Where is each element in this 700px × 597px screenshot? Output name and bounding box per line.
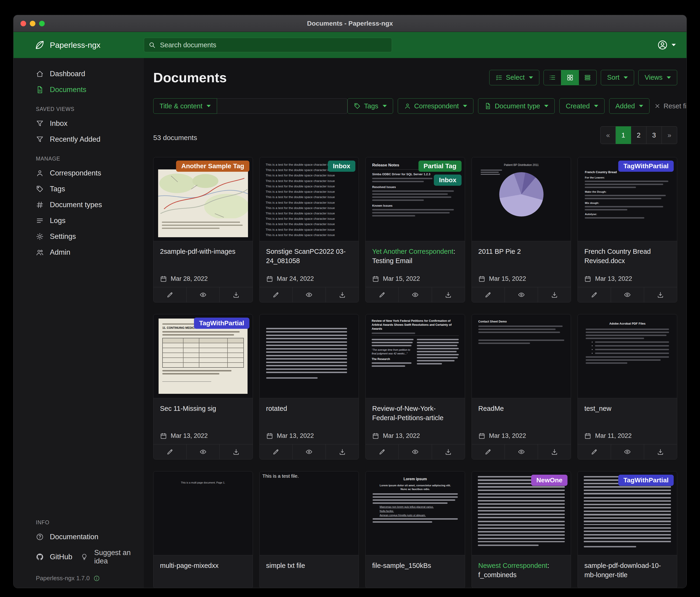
pagination-page-2[interactable]: 2 xyxy=(631,126,646,144)
correspondent-link[interactable]: Newest Correspondent xyxy=(478,562,548,569)
document-thumbnail[interactable]: Inbox This is a test for the double spac… xyxy=(260,157,359,241)
edit-button[interactable] xyxy=(260,445,293,459)
download-button[interactable] xyxy=(326,287,359,302)
download-button[interactable] xyxy=(538,287,571,302)
filter-query-input[interactable] xyxy=(217,98,347,114)
select-button[interactable]: Select xyxy=(489,70,539,85)
edit-button[interactable] xyxy=(260,287,293,302)
document-card[interactable]: Contact Sheet Demo ReadMe Mar 13, 2022 xyxy=(472,314,571,459)
document-title[interactable]: Sonstige ScanPC2022 03-24_081058 xyxy=(266,247,352,274)
view-button[interactable] xyxy=(505,287,538,302)
view-button[interactable] xyxy=(398,287,431,302)
document-title[interactable]: sample-pdf-download-10-mb-longer-title xyxy=(584,561,670,588)
document-card[interactable]: TagWithPartial French Country Bread For … xyxy=(577,157,677,303)
document-card[interactable]: This is a multi page document. Page 1. m… xyxy=(153,471,253,588)
document-thumbnail[interactable]: Another Sample Tag xyxy=(153,157,253,241)
pagination-prev-button[interactable]: « xyxy=(600,126,616,144)
brand[interactable]: Paperless-ngx xyxy=(14,40,144,50)
download-button[interactable] xyxy=(219,445,252,459)
views-button[interactable]: Views xyxy=(638,70,677,85)
document-title[interactable]: ReadMe xyxy=(478,404,565,431)
tags-filter-button[interactable]: Tags xyxy=(347,98,393,114)
document-card[interactable]: rotated Mar 13, 2022 xyxy=(259,314,359,459)
sidebar-item-logs[interactable]: Logs xyxy=(14,213,144,229)
view-button[interactable] xyxy=(293,287,326,302)
document-thumbnail[interactable]: This is a multi page document. Page 1. xyxy=(153,471,253,555)
view-button[interactable] xyxy=(186,287,219,302)
document-title[interactable]: multi-page-mixedxx xyxy=(160,561,246,588)
tag-badge[interactable]: Another Sample Tag xyxy=(176,161,249,172)
document-title[interactable]: 2011 BP Pie 2 xyxy=(478,247,565,274)
edit-button[interactable] xyxy=(472,287,505,302)
pagination-page-1[interactable]: 1 xyxy=(616,126,631,144)
document-title[interactable]: 2sample-pdf-with-images xyxy=(160,247,246,274)
document-thumbnail[interactable]: This is a test file. xyxy=(260,471,359,555)
edit-button[interactable] xyxy=(366,287,398,302)
pagination-page-3[interactable]: 3 xyxy=(646,126,662,144)
sidebar-item-admin[interactable]: Admin xyxy=(14,244,144,260)
document-thumbnail[interactable]: TagWithPartial 11. CONTINUING MEDICAL ED… xyxy=(153,314,253,398)
sidebar-item-settings[interactable]: Settings xyxy=(14,229,144,244)
download-button[interactable] xyxy=(432,287,465,302)
created-filter-button[interactable]: Created xyxy=(559,98,604,114)
close-window-button[interactable] xyxy=(21,21,26,26)
document-title[interactable]: Newest Correspondent: f_combineds xyxy=(478,561,565,588)
view-button[interactable] xyxy=(611,445,644,459)
document-card[interactable]: Lorem ipsum Lorem ipsum dolor sit amet, … xyxy=(365,471,465,588)
download-button[interactable] xyxy=(644,445,677,459)
view-button[interactable] xyxy=(505,445,538,459)
document-title[interactable]: test_new xyxy=(584,404,670,431)
document-title[interactable]: Yet Another Correspondent: Testing Email xyxy=(372,247,458,274)
document-card[interactable]: Review of New York Federal Petitions for… xyxy=(365,314,465,459)
document-thumbnail[interactable]: Review of New York Federal Petitions for… xyxy=(366,314,465,398)
document-card[interactable]: NewOne Newest Correspo xyxy=(472,471,571,588)
document-title[interactable]: simple txt file xyxy=(266,561,352,588)
document-thumbnail[interactable]: Adobe Acrobat PDF Files xyxy=(578,314,677,398)
tag-badge[interactable]: Inbox xyxy=(434,174,461,186)
document-thumbnail[interactable]: NewOne xyxy=(472,471,571,555)
document-type-filter-button[interactable]: Document type xyxy=(478,98,555,114)
zoom-window-button[interactable] xyxy=(39,21,45,26)
document-thumbnail[interactable]: Patient BP Distribution 2011 xyxy=(472,157,571,241)
document-thumbnail[interactable]: TagWithPartial French Country Bread For … xyxy=(578,157,677,241)
view-grid-button[interactable] xyxy=(561,70,579,85)
added-filter-button[interactable]: Added xyxy=(609,98,650,114)
user-menu[interactable] xyxy=(657,40,686,50)
edit-button[interactable] xyxy=(366,445,398,459)
document-card[interactable]: Another Sample Tag xyxy=(153,157,253,303)
tag-badge[interactable]: TagWithPartial xyxy=(618,161,674,172)
edit-button[interactable] xyxy=(578,287,610,302)
document-card[interactable]: This is a test file. simple txt file xyxy=(259,471,359,588)
document-card[interactable]: Adobe Acrobat PDF Files test_new xyxy=(577,314,677,459)
sidebar-item-dashboard[interactable]: Dashboard xyxy=(14,66,144,82)
document-card[interactable]: Partial Tag Inbox Release Notes Simba OD… xyxy=(365,157,465,303)
download-button[interactable] xyxy=(326,445,359,459)
title-content-filter-button[interactable]: Title & content xyxy=(153,98,217,114)
edit-button[interactable] xyxy=(472,445,505,459)
view-button[interactable] xyxy=(293,445,326,459)
sidebar-item-correspondents[interactable]: Correspondents xyxy=(14,165,144,181)
search-input[interactable] xyxy=(144,38,392,52)
view-button[interactable] xyxy=(611,287,644,302)
reset-filters-button[interactable]: Reset filters xyxy=(654,102,686,110)
view-button[interactable] xyxy=(186,445,219,459)
view-button[interactable] xyxy=(398,445,431,459)
sort-button[interactable]: Sort xyxy=(601,70,634,85)
tag-badge[interactable]: TagWithPartial xyxy=(194,318,249,329)
pagination-next-button[interactable]: » xyxy=(662,126,677,144)
sidebar-item-documents[interactable]: Documents xyxy=(14,82,144,98)
tag-badge[interactable]: TagWithPartial xyxy=(618,475,674,486)
document-thumbnail[interactable]: TagWithPartial xyxy=(578,471,677,555)
sidebar-item-documentation[interactable]: Documentation xyxy=(14,529,144,545)
document-card[interactable]: Inbox This is a test for the double spac… xyxy=(259,157,359,303)
document-card[interactable]: TagWithPartial 11. CONTINUING MEDICAL ED… xyxy=(153,314,253,459)
download-button[interactable] xyxy=(644,287,677,302)
tag-badge[interactable]: NewOne xyxy=(531,475,568,486)
correspondent-filter-button[interactable]: Correspondent xyxy=(398,98,474,114)
document-card[interactable]: TagWithPartial sample-pdf-download-10 xyxy=(577,471,677,588)
document-thumbnail[interactable]: Contact Sheet Demo xyxy=(472,314,571,398)
edit-button[interactable] xyxy=(153,287,186,302)
edit-button[interactable] xyxy=(153,445,186,459)
tag-badge[interactable]: Inbox xyxy=(328,161,356,172)
document-thumbnail[interactable]: Lorem ipsum Lorem ipsum dolor sit amet, … xyxy=(366,471,465,555)
